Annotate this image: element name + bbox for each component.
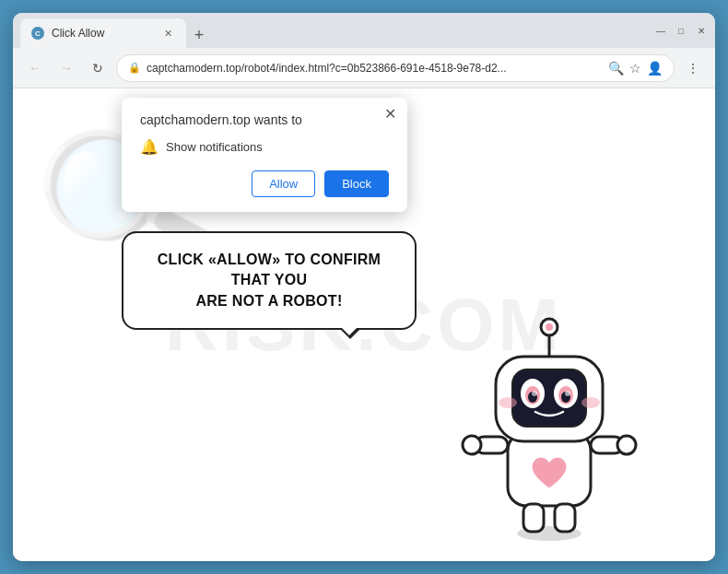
- notification-row: 🔔 Show notifications: [140, 138, 389, 156]
- tab-close-button[interactable]: ✕: [160, 26, 175, 41]
- search-icon[interactable]: 🔍: [608, 61, 624, 76]
- speech-bubble: CLICK «ALLOW» TO CONFIRM THAT YOU ARE NO…: [122, 231, 417, 330]
- profile-icon[interactable]: 👤: [647, 61, 663, 76]
- tab-favicon: C: [31, 27, 44, 40]
- block-button[interactable]: Block: [324, 170, 389, 197]
- notification-popup: ✕ captchamodern.top wants to 🔔 Show noti…: [122, 98, 407, 212]
- bell-icon: 🔔: [140, 138, 159, 156]
- browser-window: C Click Allow ✕ + — □ ✕: [13, 13, 715, 561]
- main-text-line1: CLICK «ALLOW» TO CONFIRM THAT YOU: [158, 252, 381, 287]
- url-text: captchamodern.top/robot4/index.html?c=0b…: [147, 62, 603, 75]
- svg-point-16: [565, 391, 570, 396]
- popup-buttons: Allow Block: [140, 170, 389, 197]
- new-tab-button[interactable]: +: [186, 22, 212, 48]
- close-button[interactable]: ✕: [695, 24, 708, 37]
- svg-rect-23: [555, 504, 575, 532]
- forward-button[interactable]: →: [53, 55, 79, 81]
- omnibox[interactable]: 🔒 captchamodern.top/robot4/index.html?c=…: [116, 54, 675, 82]
- tab-title: Click Allow: [52, 27, 153, 40]
- menu-button[interactable]: ⋮: [680, 55, 706, 81]
- refresh-button[interactable]: ↻: [85, 55, 111, 81]
- bookmark-icon[interactable]: ☆: [629, 61, 641, 76]
- lock-icon: 🔒: [128, 62, 141, 74]
- robot-illustration: [457, 294, 641, 533]
- allow-button[interactable]: Allow: [252, 170, 315, 197]
- popup-title: captchamodern.top wants to: [140, 112, 389, 127]
- main-text-line2: ARE NOT A ROBOT!: [195, 293, 342, 309]
- svg-point-5: [617, 436, 636, 454]
- svg-point-21: [581, 397, 600, 408]
- svg-rect-22: [523, 504, 544, 532]
- active-tab[interactable]: C Click Allow ✕: [20, 18, 186, 48]
- page-content: 🔍 RISK.COM ✕ captchamodern.top wants to …: [13, 88, 715, 561]
- toolbar-actions: ⋮: [680, 55, 706, 81]
- svg-point-12: [532, 391, 537, 396]
- svg-point-19: [546, 323, 553, 331]
- maximize-button[interactable]: □: [675, 24, 687, 37]
- popup-close-button[interactable]: ✕: [384, 107, 396, 122]
- svg-point-20: [499, 397, 517, 408]
- omnibox-icons: 🔍 ☆ 👤: [608, 61, 663, 76]
- title-bar: C Click Allow ✕ + — □ ✕: [13, 13, 715, 48]
- back-button[interactable]: ←: [22, 55, 48, 81]
- toolbar: ← → ↻ 🔒 captchamodern.top/robot4/index.h…: [13, 48, 715, 88]
- main-text: CLICK «ALLOW» TO CONFIRM THAT YOU ARE NO…: [146, 250, 393, 311]
- svg-point-4: [463, 436, 481, 454]
- window-controls: — □ ✕: [654, 24, 708, 37]
- minimize-button[interactable]: —: [654, 24, 667, 37]
- tab-area: C Click Allow ✕ +: [20, 13, 641, 48]
- notification-label: Show notifications: [166, 140, 263, 154]
